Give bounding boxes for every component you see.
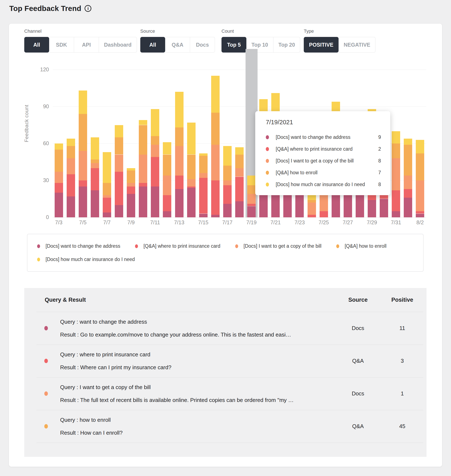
bar-8/2-segment-2[interactable] [416,180,424,211]
bar-7/19-segment-2[interactable] [247,194,256,204]
bar-8/1-segment-3[interactable] [404,145,412,175]
bar-7/8-segment-1[interactable] [115,172,123,205]
bar-7/4-segment-0[interactable] [67,196,75,217]
bar-7/5-segment-3[interactable] [79,114,87,151]
bar-7/5-segment-0[interactable] [79,187,87,217]
bar-7/25-segment-1[interactable] [319,211,328,217]
bar-7/19-segment-3[interactable] [247,185,256,194]
bar-7/9-segment-0[interactable] [127,194,135,217]
bar-7/12-segment-4[interactable] [163,142,171,154]
bar-7/31-segment-2[interactable] [392,158,400,190]
bar-7/9-segment-1[interactable] [127,187,135,194]
bar-7/11-segment-2[interactable] [151,145,159,157]
bar-7/18-segment-2[interactable] [235,168,244,177]
bar-7/26-segment-0[interactable] [332,193,340,217]
bar-7/16-segment-4[interactable] [211,76,219,113]
bar-7/8-segment-3[interactable] [115,137,123,155]
bar-7/31-segment-3[interactable] [392,144,400,158]
legend-item[interactable]: [Docs] how much car insurance do I need [37,257,135,262]
bar-7/11-segment-1[interactable] [151,157,159,187]
bar-7/13-segment-3[interactable] [175,127,183,146]
bar-7/15-segment-0[interactable] [199,214,207,218]
bar-7/9-segment-2[interactable] [127,183,135,187]
bar-7/4-segment-2[interactable] [67,158,75,174]
bar-7/6-segment-0[interactable] [91,190,99,217]
bar-8/2-segment-1[interactable] [416,211,424,214]
bar-7/14-segment-1[interactable] [187,187,195,188]
bar-7/6-segment-2[interactable] [91,163,99,168]
table-row[interactable]: Query : where to print insurance cardRes… [24,344,426,377]
bar-7/7-segment-4[interactable] [103,152,111,183]
bar-7/4-segment-4[interactable] [67,139,75,146]
bar-7/5-segment-1[interactable] [79,180,87,187]
bar-7/17-segment-3[interactable] [223,166,232,180]
bar-7/24-segment-2[interactable] [307,203,316,215]
bar-7/8-segment-4[interactable] [115,125,123,137]
bar-7/24-segment-3[interactable] [307,200,316,203]
bar-7/28-segment-0[interactable] [356,194,364,217]
bar-7/7-segment-1[interactable] [103,198,111,213]
bar-7/30-segment-0[interactable] [380,199,388,218]
bar-7/27-segment-0[interactable] [344,195,352,217]
bar-7/3-segment-4[interactable] [55,144,63,150]
bar-7/19-segment-4[interactable] [247,175,256,185]
bar-7/10-segment-3[interactable] [139,125,147,155]
bar-7/13-segment-0[interactable] [175,189,183,217]
bar-8/1-segment-1[interactable] [404,189,412,198]
bar-7/8-segment-2[interactable] [115,155,123,172]
table-row[interactable]: Query : how much car insurance do I need… [24,443,426,457]
bar-8/2-segment-3[interactable] [416,153,424,180]
table-row[interactable]: Query : want to change the addressResult… [24,312,426,344]
bar-7/18-segment-1[interactable] [235,177,244,201]
bar-7/8-segment-0[interactable] [115,205,123,217]
bar-7/14-segment-3[interactable] [187,155,195,179]
bar-7/31-segment-0[interactable] [392,211,400,217]
bar-7/22-segment-0[interactable] [283,194,292,217]
bar-7/18-segment-4[interactable] [235,147,244,155]
bar-7/7-segment-2[interactable] [103,195,111,198]
bar-7/15-segment-4[interactable] [199,153,207,156]
bar-8/1-segment-4[interactable] [404,139,412,145]
bar-7/17-segment-4[interactable] [223,146,232,166]
bar-7/29-segment-0[interactable] [368,200,376,217]
bar-7/3-segment-1[interactable] [55,183,63,193]
table-row[interactable]: Query : how to enrollResult : How can I … [24,410,426,443]
bar-7/3-segment-3[interactable] [55,150,63,172]
table-row[interactable]: Query : I want to get a copy of the bill… [24,377,426,410]
bar-7/16-segment-0[interactable] [211,215,219,217]
bar-7/12-segment-1[interactable] [163,195,171,211]
bar-7/6-segment-3[interactable] [91,160,99,163]
bar-7/12-segment-3[interactable] [163,155,171,175]
bar-8/2-segment-0[interactable] [416,214,424,218]
bar-7/9-segment-4[interactable] [127,168,135,171]
bar-7/5-segment-4[interactable] [79,91,87,114]
bar-7/19-segment-1[interactable] [247,204,256,206]
bar-7/18-segment-3[interactable] [235,155,244,168]
bar-7/10-segment-0[interactable] [139,187,147,217]
bar-7/6-segment-1[interactable] [91,168,99,190]
bar-7/10-segment-4[interactable] [139,120,147,125]
bar-7/13-segment-2[interactable] [175,146,183,175]
bar-7/16-segment-3[interactable] [211,113,219,145]
bar-7/15-segment-3[interactable] [199,156,207,173]
bar-7/4-segment-1[interactable] [67,174,75,196]
bar-7/10-segment-1[interactable] [139,183,147,187]
bar-7/14-segment-4[interactable] [187,123,195,155]
bar-7/7-segment-0[interactable] [103,213,111,217]
bar-7/23-segment-0[interactable] [295,194,304,217]
bar-7/10-segment-2[interactable] [139,155,147,183]
bar-7/20-segment-0[interactable] [259,193,268,217]
bar-7/24-segment-1[interactable] [307,215,316,217]
bar-7/13-segment-4[interactable] [175,92,183,127]
legend-item[interactable]: [Docs] I want to get a copy of the bill [235,243,321,249]
bar-7/31-segment-4[interactable] [392,131,400,144]
bar-7/9-segment-3[interactable] [127,170,135,183]
info-icon[interactable]: i [85,5,91,12]
bar-7/3-segment-2[interactable] [55,172,63,183]
bar-7/11-segment-4[interactable] [151,109,159,136]
bar-7/5-segment-2[interactable] [79,151,87,180]
bar-7/11-segment-0[interactable] [151,187,159,217]
bar-7/15-segment-1[interactable] [199,178,207,213]
bar-7/12-segment-0[interactable] [163,211,171,217]
bar-7/13-segment-1[interactable] [175,175,183,189]
